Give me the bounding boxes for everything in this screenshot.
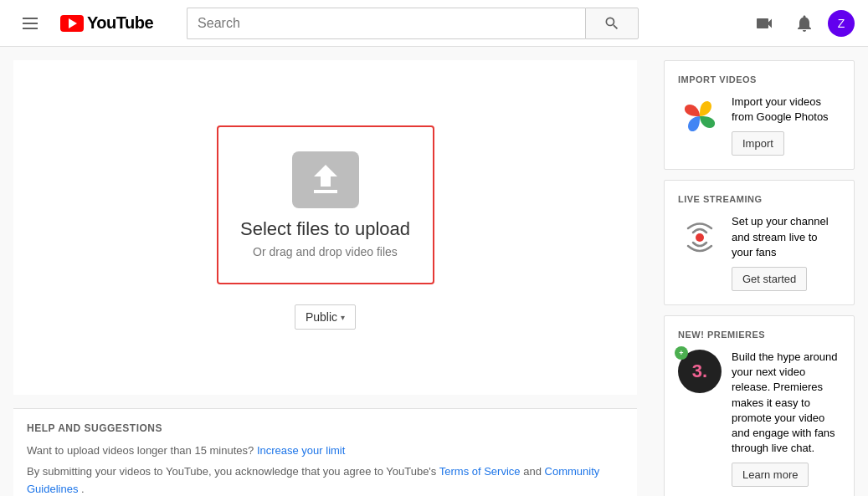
help-section: HELP AND SUGGESTIONS Want to upload vide… [13,408,637,496]
premieres-title: NEW! PREMIERES [678,330,840,340]
live-streaming-body: Set up your channel and stream live to y… [678,214,840,291]
hamburger-icon [19,14,41,33]
search-container [187,8,639,39]
live-streaming-text-area: Set up your channel and stream live to y… [732,214,840,291]
premieres-text-area: Build the hype around your next video re… [732,350,840,487]
upload-video-button[interactable] [747,7,781,40]
logo-text: YouTube [87,13,153,33]
import-videos-desc: Import your videos from Google Photos [732,95,840,125]
help-line2: By submitting your videos to YouTube, yo… [27,463,624,496]
bell-icon [794,13,814,33]
svg-point-1 [696,233,704,242]
upload-title: Select files to upload [240,218,410,240]
live-streaming-desc: Set up your channel and stream live to y… [732,214,840,260]
help-line2-prefix: By submitting your videos to YouTube, yo… [27,465,436,478]
help-title: HELP AND SUGGESTIONS [27,422,624,434]
get-started-button[interactable]: Get started [732,267,807,291]
tos-link[interactable]: Terms of Service [439,465,521,478]
premieres-new-badge: + [675,346,688,360]
hamburger-menu-button[interactable] [13,7,47,40]
import-videos-body: Import your videos from Google Photos Im… [678,95,840,156]
premieres-number: 3. [692,360,707,382]
header-left: YouTube [13,7,153,40]
notifications-button[interactable] [788,7,821,40]
search-icon [603,15,620,32]
import-videos-card: IMPORT VIDEOS [664,60,855,170]
header-right: Z [747,7,855,40]
import-videos-title: IMPORT VIDEOS [678,74,840,84]
upload-dropzone[interactable]: Select files to upload Or drag and drop … [217,125,434,284]
live-streaming-title: LIVE STREAMING [678,194,840,204]
help-line1: Want to upload videos longer than 15 min… [27,442,624,460]
google-photos-icon [678,95,722,138]
increase-limit-link[interactable]: Increase your limit [257,444,345,457]
visibility-label: Public [306,310,337,324]
camera-icon [754,13,774,33]
logo-container[interactable]: YouTube [60,13,153,33]
import-videos-text-area: Import your videos from Google Photos Im… [732,95,840,156]
search-input[interactable] [187,8,585,39]
upload-section: Select files to upload Or drag and drop … [13,60,637,395]
live-streaming-card: LIVE STREAMING [664,180,855,305]
main-container: Select files to upload Or drag and drop … [0,47,868,496]
live-streaming-icon [678,214,722,258]
help-line2-suffix: . [81,483,85,495]
premieres-desc: Build the hype around your next video re… [732,350,840,456]
sidebar-right: IMPORT VIDEOS [650,47,868,496]
content-area: Select files to upload Or drag and drop … [0,47,650,496]
header: YouTube Z [0,0,868,47]
learn-more-button[interactable]: Learn more [732,463,809,487]
import-button[interactable]: Import [732,131,784,156]
upload-subtitle: Or drag and drop video files [253,245,398,258]
avatar[interactable]: Z [828,10,855,37]
upload-icon-wrapper [292,151,359,208]
premieres-card: NEW! PREMIERES + 3. Build the hype aroun… [664,315,855,496]
help-and-text: and [523,465,542,478]
visibility-dropdown[interactable]: Public ▾ [295,304,356,330]
help-line1-text: Want to upload videos longer than 15 min… [27,444,254,457]
upload-arrow-icon [306,160,346,200]
youtube-logo-icon [60,15,84,32]
chevron-down-icon: ▾ [341,313,345,322]
premieres-body: + 3. Build the hype around your next vid… [678,350,840,487]
search-button[interactable] [585,8,639,39]
premieres-icon: + 3. [678,350,722,393]
upload-icon [292,151,359,208]
